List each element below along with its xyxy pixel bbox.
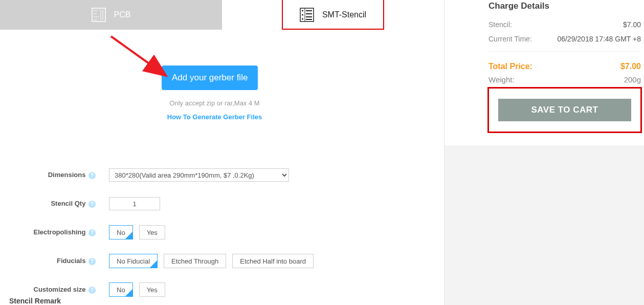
remark-heading: Stencil Remark <box>9 297 61 305</box>
charge-stencil-row: Stencil: $7.00 <box>488 17 641 32</box>
custom-no-option[interactable]: No <box>109 282 133 297</box>
help-icon[interactable]: ? <box>88 287 96 294</box>
weight-value: 200g <box>624 75 641 84</box>
weight-label: Weight: <box>488 75 515 84</box>
dimensions-select[interactable]: 380*280(Valid area 290mm*190mm, $7 ,0.2K… <box>109 168 289 182</box>
qty-input[interactable] <box>109 197 160 210</box>
tab-pcb[interactable]: PCB <box>0 0 222 30</box>
total-row: Total Price: $7.00 <box>488 60 641 73</box>
svg-rect-0 <box>92 8 105 21</box>
total-value: $7.00 <box>620 62 641 71</box>
fiducials-none-option[interactable]: No Fiducial <box>109 254 158 268</box>
svg-line-11 <box>111 36 165 75</box>
custom-label: Customized size <box>34 286 86 293</box>
custom-yes-option[interactable]: Yes <box>139 282 165 297</box>
row-dimensions: Dimensions ? 380*280(Valid area 290mm*19… <box>0 161 368 189</box>
fiducials-through-option[interactable]: Etched Through <box>164 254 226 268</box>
type-tabs: PCB SMT-Stencil <box>0 0 444 30</box>
save-highlight-box: SAVE TO CART <box>487 87 642 133</box>
qty-label: Stencil Qty <box>51 200 85 207</box>
fiducials-label: Fiducials <box>57 257 85 265</box>
save-to-cart-button[interactable]: SAVE TO CART <box>498 99 631 121</box>
time-label: Current Time: <box>488 35 532 43</box>
divider <box>488 51 641 52</box>
fiducials-half-option[interactable]: Etched Half into board <box>232 254 314 268</box>
help-icon[interactable]: ? <box>88 201 96 208</box>
row-qty: Stencil Qty ? <box>0 189 368 218</box>
total-label: Total Price: <box>488 62 532 71</box>
charge-sidebar: Charge Details Stencil: $7.00 Current Ti… <box>444 0 644 305</box>
add-gerber-button[interactable]: Add your gerber file <box>162 66 258 90</box>
electro-label: Electropolishing <box>34 228 86 236</box>
charge-time-row: Current Time: 06/29/2018 17:48 GMT +8 <box>488 32 641 46</box>
tab-smt-stencil[interactable]: SMT-Stencil <box>222 0 444 30</box>
help-icon[interactable]: ? <box>88 229 96 236</box>
upload-hint: Only accept zip or rar,Max 4 M <box>162 99 268 107</box>
pcb-icon <box>92 8 106 22</box>
stencil-value: $7.00 <box>623 20 641 29</box>
electro-yes-option[interactable]: Yes <box>139 225 165 239</box>
help-icon[interactable]: ? <box>88 172 96 179</box>
time-value: 06/29/2018 17:48 GMT +8 <box>557 35 641 43</box>
dimensions-label: Dimensions <box>48 171 86 179</box>
row-fiducials: Fiducials ? No Fiducial Etched Through E… <box>0 247 368 275</box>
charge-title: Charge Details <box>488 0 641 17</box>
smt-highlight-box <box>282 0 384 30</box>
row-electropolishing: Electropolishing ? No Yes <box>0 218 368 247</box>
electro-no-option[interactable]: No <box>109 225 133 239</box>
tab-pcb-label: PCB <box>114 10 131 19</box>
weight-row: Weight: 200g <box>488 73 641 87</box>
stencil-label: Stencil: <box>488 20 512 29</box>
howto-gerber-link[interactable]: How To Generate Gerber Files <box>162 113 268 121</box>
help-icon[interactable]: ? <box>88 258 96 265</box>
